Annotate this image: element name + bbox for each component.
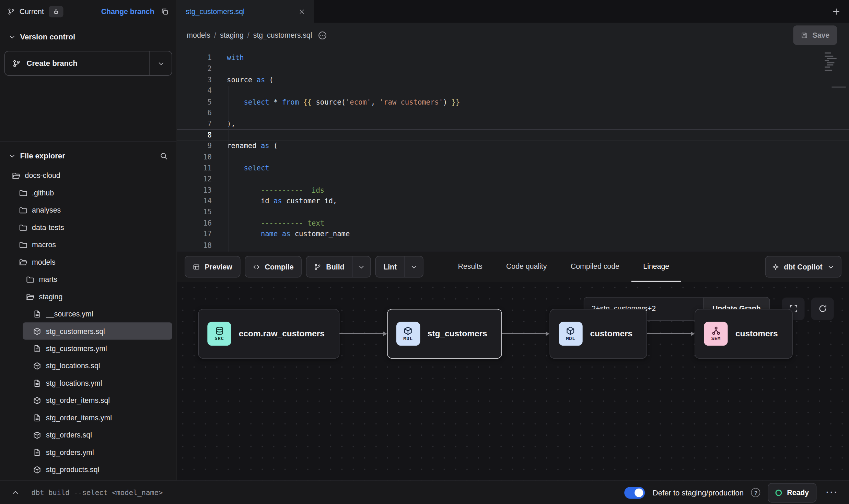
panel-tabs: ResultsCode qualityCompiled codeLineage bbox=[446, 252, 681, 281]
code-line-2[interactable]: 2 bbox=[177, 63, 849, 74]
code-line-9[interactable]: 9renamed as ( bbox=[177, 141, 849, 152]
file-tree-item-macros[interactable]: macros bbox=[4, 236, 172, 253]
file-name: stg_customers.sql bbox=[46, 327, 105, 335]
line-number: 1 bbox=[177, 52, 227, 63]
node-label: ecom.raw_customers bbox=[239, 329, 325, 338]
file-tree-item-stg-products-sql[interactable]: stg_products.sql bbox=[4, 461, 172, 478]
lineage-edge bbox=[339, 331, 387, 336]
code-line-5[interactable]: 5 select * from {{ source('ecom', 'raw_c… bbox=[177, 97, 849, 108]
minimap-slider[interactable] bbox=[832, 86, 846, 87]
file-name: data-tests bbox=[32, 223, 64, 231]
close-tab-icon[interactable] bbox=[298, 8, 305, 15]
file-tree-item-analyses[interactable]: analyses bbox=[4, 201, 172, 218]
chevron-up-icon[interactable] bbox=[9, 489, 22, 497]
file-name: stg_orders.sql bbox=[46, 431, 92, 439]
chevron-down-icon[interactable] bbox=[9, 152, 16, 159]
model-cube-icon bbox=[33, 396, 41, 405]
code-line-3[interactable]: 3source as ( bbox=[177, 74, 849, 85]
save-button[interactable]: Save bbox=[793, 25, 837, 45]
file-tree-item-data-tests[interactable]: data-tests bbox=[4, 218, 172, 236]
file-tree-item-stg-locations-yml[interactable]: stg_locations.yml bbox=[4, 374, 172, 392]
file-tree-item-stg-orders-yml[interactable]: stg_orders.yml bbox=[4, 444, 172, 461]
version-control-header[interactable]: Version control bbox=[4, 29, 172, 44]
code-line-13[interactable]: 13 ---------- ids bbox=[177, 185, 849, 196]
lint-dropdown[interactable] bbox=[404, 256, 423, 277]
lineage-node-mdl-customers[interactable]: MDLcustomers bbox=[549, 309, 647, 358]
chevron-down-icon[interactable] bbox=[9, 33, 16, 40]
breadcrumb-bar: models/staging/stg_customers.sql Save bbox=[177, 23, 849, 48]
help-icon[interactable]: ? bbox=[751, 488, 760, 497]
code-line-4[interactable]: 4 bbox=[177, 86, 849, 97]
file-tree-item-docs-cloud[interactable]: docs-cloud bbox=[4, 167, 172, 184]
file-tree-item-stg-order-items-yml[interactable]: stg_order_items.yml bbox=[4, 409, 172, 426]
code-line-12[interactable]: 12 bbox=[177, 174, 849, 185]
file-tree-item-stg-locations-sql[interactable]: stg_locations.sql bbox=[4, 357, 172, 374]
defer-toggle[interactable] bbox=[625, 487, 645, 499]
file-options-icon[interactable] bbox=[318, 31, 327, 40]
code-line-16[interactable]: 16 ---------- text bbox=[177, 218, 849, 229]
dbt-copilot-button[interactable]: dbt Copilot bbox=[765, 256, 841, 277]
folder-icon bbox=[19, 223, 27, 231]
file-tree-item-marts[interactable]: marts bbox=[4, 271, 172, 288]
action-buttons: Preview Compile Build bbox=[185, 252, 423, 281]
file-tree-item-sources-yml[interactable]: __sources.yml bbox=[4, 305, 172, 322]
change-branch-link[interactable]: Change branch bbox=[101, 7, 154, 15]
code-line-18[interactable]: 18 bbox=[177, 240, 849, 251]
create-branch-dropdown[interactable] bbox=[149, 51, 172, 75]
code-line-8[interactable]: 8 bbox=[177, 129, 849, 141]
code-line-14[interactable]: 14 id as customer_id, bbox=[177, 196, 849, 207]
code-line-1[interactable]: 1with bbox=[177, 52, 849, 63]
line-number: 8 bbox=[177, 130, 227, 141]
lineage-node-src-ecom-raw-customers[interactable]: SRCecom.raw_customers bbox=[198, 309, 339, 358]
code-line-19[interactable]: 19 from source bbox=[177, 251, 849, 251]
file-tree-item-stg-customers-sql[interactable]: stg_customers.sql bbox=[23, 322, 172, 339]
panel-tab-code-quality[interactable]: Code quality bbox=[494, 252, 559, 281]
lint-button[interactable]: Lint bbox=[375, 256, 423, 277]
tab-stg-customers-sql[interactable]: stg_customers.sql bbox=[177, 0, 314, 23]
code-line-11[interactable]: 11 select bbox=[177, 163, 849, 174]
lineage-node-sem-customers[interactable]: SEMcustomers bbox=[695, 309, 793, 358]
tab-title: stg_customers.sql bbox=[186, 7, 245, 15]
code-line-6[interactable]: 6 bbox=[177, 108, 849, 119]
search-icon[interactable] bbox=[160, 152, 168, 160]
ellipsis-menu-button[interactable]: ··· bbox=[824, 487, 840, 498]
file-tree-item-github[interactable]: .github bbox=[4, 184, 172, 201]
compile-button[interactable]: Compile bbox=[245, 256, 302, 277]
file-tree-item-models[interactable]: models bbox=[4, 253, 172, 270]
code-text: select bbox=[227, 163, 269, 174]
status-bar: dbt build --select <model_name> Defer to… bbox=[0, 480, 849, 504]
file-name: models bbox=[32, 258, 56, 266]
code-line-17[interactable]: 17 name as customer_name bbox=[177, 229, 849, 240]
file-tree: docs-cloud.githubanalysesdata-testsmacro… bbox=[4, 167, 172, 478]
create-branch-main[interactable]: Create branch bbox=[5, 51, 149, 75]
copy-branch-icon[interactable] bbox=[161, 7, 169, 15]
build-dropdown[interactable] bbox=[352, 256, 371, 277]
refresh-button[interactable] bbox=[811, 297, 834, 320]
code-editor[interactable]: 1with23source as (45 select * from {{ so… bbox=[177, 48, 849, 251]
file-tree-item-staging[interactable]: staging bbox=[4, 288, 172, 305]
status-bar-right: Defer to staging/production ? Ready ··· bbox=[625, 483, 840, 502]
new-tab-button[interactable] bbox=[823, 0, 849, 23]
save-label: Save bbox=[812, 31, 829, 39]
minimap[interactable] bbox=[824, 52, 840, 73]
panel-tab-results[interactable]: Results bbox=[446, 252, 494, 281]
refresh-icon bbox=[818, 304, 827, 313]
code-line-10[interactable]: 10 bbox=[177, 152, 849, 163]
node-type-badge: MDL bbox=[566, 336, 575, 341]
code-text: from source bbox=[227, 251, 290, 251]
preview-button[interactable]: Preview bbox=[185, 256, 241, 277]
ready-status-button[interactable]: Ready bbox=[768, 483, 816, 502]
file-tree-item-stg-order-items-sql[interactable]: stg_order_items.sql bbox=[4, 392, 172, 409]
build-button[interactable]: Build bbox=[306, 256, 371, 277]
file-tree-item-stg-customers-yml[interactable]: stg_customers.yml bbox=[4, 340, 172, 357]
file-tree-item-stg-orders-sql[interactable]: stg_orders.sql bbox=[4, 426, 172, 443]
code-line-15[interactable]: 15 bbox=[177, 207, 849, 218]
code-line-7[interactable]: 7), bbox=[177, 119, 849, 130]
create-branch-button[interactable]: Create branch bbox=[4, 51, 172, 76]
node-type-badge: MDL bbox=[403, 336, 413, 341]
file-explorer-header[interactable]: File explorer bbox=[4, 148, 172, 163]
command-bar[interactable]: dbt build --select <model_name> bbox=[32, 489, 163, 497]
panel-tab-lineage[interactable]: Lineage bbox=[631, 252, 681, 281]
panel-tab-compiled-code[interactable]: Compiled code bbox=[559, 252, 631, 281]
lineage-node-mdl-stg-customers[interactable]: MDLstg_customers bbox=[387, 309, 502, 358]
